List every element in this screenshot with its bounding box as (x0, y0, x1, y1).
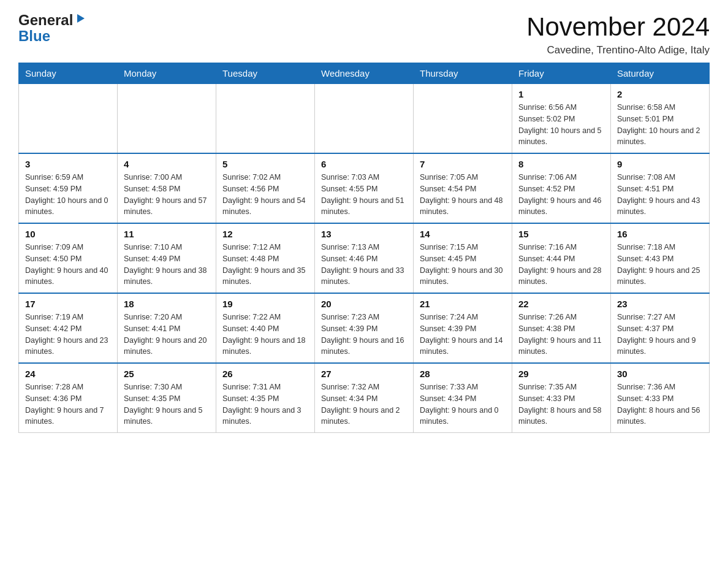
day-number: 11 (124, 229, 210, 239)
calendar-cell: 5Sunrise: 7:02 AMSunset: 4:56 PMDaylight… (216, 153, 315, 223)
day-info: Sunrise: 7:16 AMSunset: 4:44 PMDaylight:… (518, 242, 604, 288)
week-row-5: 24Sunrise: 7:28 AMSunset: 4:36 PMDayligh… (19, 363, 710, 433)
day-number: 5 (222, 159, 308, 169)
day-number: 19 (222, 299, 308, 309)
calendar-cell: 15Sunrise: 7:16 AMSunset: 4:44 PMDayligh… (512, 223, 611, 293)
day-number: 17 (25, 299, 111, 309)
location-subtitle: Cavedine, Trentino-Alto Adige, Italy (526, 44, 710, 56)
col-header-saturday: Saturday (611, 63, 710, 84)
day-number: 24 (25, 369, 111, 379)
day-number: 16 (617, 229, 703, 239)
calendar-cell: 2Sunrise: 6:58 AMSunset: 5:01 PMDaylight… (611, 84, 710, 154)
day-info: Sunrise: 7:28 AMSunset: 4:36 PMDaylight:… (25, 381, 111, 427)
calendar-cell: 25Sunrise: 7:30 AMSunset: 4:35 PMDayligh… (118, 363, 216, 433)
calendar-cell: 11Sunrise: 7:10 AMSunset: 4:49 PMDayligh… (118, 223, 216, 293)
day-number: 15 (518, 229, 604, 239)
day-number: 8 (518, 159, 604, 169)
logo-text-blue: Blue (18, 28, 50, 44)
calendar-cell (315, 84, 414, 154)
page-header: General Blue November 2024 Cavedine, Tre… (18, 12, 710, 56)
day-info: Sunrise: 7:18 AMSunset: 4:43 PMDaylight:… (617, 242, 703, 288)
day-number: 14 (420, 229, 506, 239)
calendar-cell: 18Sunrise: 7:20 AMSunset: 4:41 PMDayligh… (118, 293, 216, 363)
calendar-header-row: SundayMondayTuesdayWednesdayThursdayFrid… (19, 63, 710, 84)
calendar-cell (414, 84, 512, 154)
calendar-cell: 26Sunrise: 7:31 AMSunset: 4:35 PMDayligh… (216, 363, 315, 433)
week-row-4: 17Sunrise: 7:19 AMSunset: 4:42 PMDayligh… (19, 293, 710, 363)
svg-marker-0 (77, 14, 85, 23)
col-header-friday: Friday (512, 63, 611, 84)
day-number: 12 (222, 229, 308, 239)
day-number: 9 (617, 159, 703, 169)
day-number: 3 (25, 159, 111, 169)
calendar-cell: 22Sunrise: 7:26 AMSunset: 4:38 PMDayligh… (512, 293, 611, 363)
logo: General Blue (18, 12, 86, 45)
day-info: Sunrise: 6:58 AMSunset: 5:01 PMDaylight:… (617, 102, 703, 148)
day-info: Sunrise: 7:24 AMSunset: 4:39 PMDaylight:… (420, 312, 506, 358)
day-info: Sunrise: 7:36 AMSunset: 4:33 PMDaylight:… (617, 381, 703, 427)
calendar-cell: 20Sunrise: 7:23 AMSunset: 4:39 PMDayligh… (315, 293, 414, 363)
day-number: 1 (518, 89, 604, 99)
calendar-cell: 28Sunrise: 7:33 AMSunset: 4:34 PMDayligh… (414, 363, 512, 433)
calendar-cell: 16Sunrise: 7:18 AMSunset: 4:43 PMDayligh… (611, 223, 710, 293)
title-block: November 2024 Cavedine, Trentino-Alto Ad… (526, 12, 710, 56)
calendar-cell: 14Sunrise: 7:15 AMSunset: 4:45 PMDayligh… (414, 223, 512, 293)
day-info: Sunrise: 6:59 AMSunset: 4:59 PMDaylight:… (25, 172, 111, 218)
day-info: Sunrise: 7:12 AMSunset: 4:48 PMDaylight:… (222, 242, 308, 288)
day-info: Sunrise: 6:56 AMSunset: 5:02 PMDaylight:… (518, 102, 604, 148)
calendar-cell: 8Sunrise: 7:06 AMSunset: 4:52 PMDaylight… (512, 153, 611, 223)
logo-text-general: General (18, 12, 73, 28)
calendar-cell: 24Sunrise: 7:28 AMSunset: 4:36 PMDayligh… (19, 363, 118, 433)
week-row-1: 1Sunrise: 6:56 AMSunset: 5:02 PMDaylight… (19, 84, 710, 154)
day-number: 23 (617, 299, 703, 309)
day-number: 13 (321, 229, 407, 239)
day-info: Sunrise: 7:33 AMSunset: 4:34 PMDaylight:… (420, 381, 506, 427)
day-info: Sunrise: 7:00 AMSunset: 4:58 PMDaylight:… (124, 172, 210, 218)
day-info: Sunrise: 7:32 AMSunset: 4:34 PMDaylight:… (321, 381, 407, 427)
day-number: 26 (222, 369, 308, 379)
day-info: Sunrise: 7:26 AMSunset: 4:38 PMDaylight:… (518, 312, 604, 358)
day-info: Sunrise: 7:15 AMSunset: 4:45 PMDaylight:… (420, 242, 506, 288)
col-header-sunday: Sunday (19, 63, 118, 84)
day-number: 20 (321, 299, 407, 309)
day-info: Sunrise: 7:35 AMSunset: 4:33 PMDaylight:… (518, 381, 604, 427)
day-number: 25 (124, 369, 210, 379)
calendar-cell: 29Sunrise: 7:35 AMSunset: 4:33 PMDayligh… (512, 363, 611, 433)
col-header-monday: Monday (118, 63, 216, 84)
week-row-3: 10Sunrise: 7:09 AMSunset: 4:50 PMDayligh… (19, 223, 710, 293)
calendar-cell: 9Sunrise: 7:08 AMSunset: 4:51 PMDaylight… (611, 153, 710, 223)
calendar-cell: 23Sunrise: 7:27 AMSunset: 4:37 PMDayligh… (611, 293, 710, 363)
calendar-cell: 1Sunrise: 6:56 AMSunset: 5:02 PMDaylight… (512, 84, 611, 154)
day-info: Sunrise: 7:03 AMSunset: 4:55 PMDaylight:… (321, 172, 407, 218)
calendar-cell: 30Sunrise: 7:36 AMSunset: 4:33 PMDayligh… (611, 363, 710, 433)
calendar-cell: 7Sunrise: 7:05 AMSunset: 4:54 PMDaylight… (414, 153, 512, 223)
calendar-table: SundayMondayTuesdayWednesdayThursdayFrid… (18, 63, 710, 433)
day-number: 18 (124, 299, 210, 309)
col-header-thursday: Thursday (414, 63, 512, 84)
day-info: Sunrise: 7:09 AMSunset: 4:50 PMDaylight:… (25, 242, 111, 288)
day-info: Sunrise: 7:13 AMSunset: 4:46 PMDaylight:… (321, 242, 407, 288)
day-number: 6 (321, 159, 407, 169)
day-info: Sunrise: 7:05 AMSunset: 4:54 PMDaylight:… (420, 172, 506, 218)
calendar-cell: 3Sunrise: 6:59 AMSunset: 4:59 PMDaylight… (19, 153, 118, 223)
day-info: Sunrise: 7:31 AMSunset: 4:35 PMDaylight:… (222, 381, 308, 427)
day-info: Sunrise: 7:30 AMSunset: 4:35 PMDaylight:… (124, 381, 210, 427)
week-row-2: 3Sunrise: 6:59 AMSunset: 4:59 PMDaylight… (19, 153, 710, 223)
calendar-cell (216, 84, 315, 154)
calendar-cell: 21Sunrise: 7:24 AMSunset: 4:39 PMDayligh… (414, 293, 512, 363)
calendar-cell (19, 84, 118, 154)
col-header-tuesday: Tuesday (216, 63, 315, 84)
day-number: 7 (420, 159, 506, 169)
day-number: 29 (518, 369, 604, 379)
day-info: Sunrise: 7:06 AMSunset: 4:52 PMDaylight:… (518, 172, 604, 218)
day-info: Sunrise: 7:10 AMSunset: 4:49 PMDaylight:… (124, 242, 210, 288)
day-info: Sunrise: 7:27 AMSunset: 4:37 PMDaylight:… (617, 312, 703, 358)
day-number: 28 (420, 369, 506, 379)
calendar-cell (118, 84, 216, 154)
day-number: 4 (124, 159, 210, 169)
day-info: Sunrise: 7:22 AMSunset: 4:40 PMDaylight:… (222, 312, 308, 358)
day-number: 30 (617, 369, 703, 379)
calendar-cell: 13Sunrise: 7:13 AMSunset: 4:46 PMDayligh… (315, 223, 414, 293)
month-title: November 2024 (526, 12, 710, 42)
calendar-cell: 27Sunrise: 7:32 AMSunset: 4:34 PMDayligh… (315, 363, 414, 433)
